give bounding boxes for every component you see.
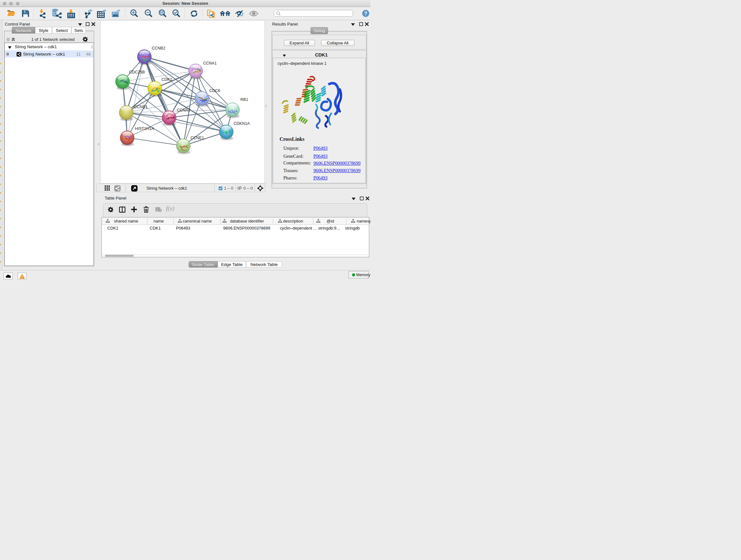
svg-text:CDK1: CDK1 (161, 77, 172, 82)
svg-text:RB1: RB1 (240, 98, 248, 102)
svg-text:CDKN1A: CDKN1A (233, 121, 250, 126)
svg-text:CCNB2: CCNB2 (152, 46, 165, 51)
svg-text:?: ? (364, 11, 367, 16)
svg-text:HIST1H1A: HIST1H1A (135, 126, 154, 131)
svg-text:CDC6: CDC6 (209, 88, 220, 93)
svg-text:CCNE1: CCNE1 (191, 136, 204, 140)
svg-text:CCNA1: CCNA1 (203, 61, 217, 65)
svg-text:CCNB1: CCNB1 (134, 105, 147, 109)
svg-text:CCNA2: CCNA2 (177, 108, 190, 112)
svg-text:CDC25B: CDC25B (129, 70, 145, 74)
